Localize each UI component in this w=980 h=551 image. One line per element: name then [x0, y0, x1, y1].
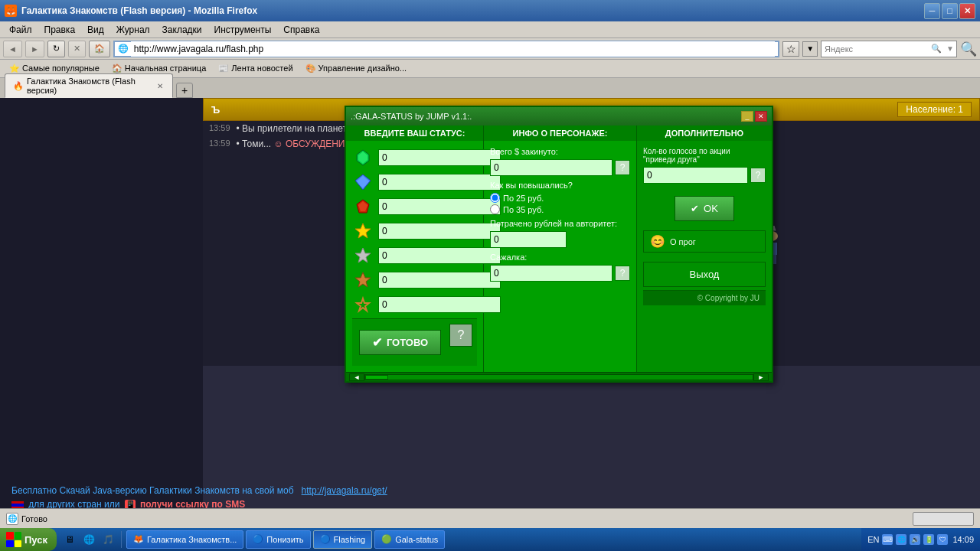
scroll-thumb[interactable] — [365, 375, 388, 380]
tab-bar: 🔥 Галактика Знакомств (Flash версия) ✕ + — [0, 78, 980, 98]
menu-file[interactable]: Файл — [3, 23, 38, 37]
ok-button[interactable]: ✔ OK — [675, 196, 734, 221]
info-spent-label: Потрачено рублей на авторитет: — [490, 219, 630, 228]
quick-launch-bar: 🖥 🌐 🎵 — [57, 531, 122, 548]
promo-button[interactable]: 😊 О прог — [643, 230, 766, 253]
fishrod-input[interactable] — [490, 265, 612, 282]
scroll-track[interactable] — [364, 374, 753, 380]
close-button[interactable]: ✕ — [959, 3, 975, 19]
checkmark-icon: ✔ — [372, 335, 382, 350]
gala-scrollbar[interactable]: ◄ ► — [346, 372, 772, 381]
title-bar: 🦊 Галактика Знакомств (Flash версия) - M… — [0, 0, 980, 21]
info-money-input[interactable] — [490, 159, 612, 176]
system-tray: EN ⌨ 🌐 🔊 🔋 🛡 14:09 — [861, 528, 980, 551]
fishrod-help-button[interactable]: ? — [615, 266, 630, 281]
flashing-icon: 🔵 — [320, 534, 331, 545]
forward-button[interactable]: ► — [25, 41, 44, 57]
home-button[interactable]: 🏠 — [89, 41, 110, 57]
gala-close-button[interactable]: ✕ — [755, 111, 767, 122]
status-input-diamond[interactable] — [378, 174, 501, 191]
back-button[interactable]: ◄ — [3, 41, 22, 57]
bookmark-news[interactable]: 📰 Лента новостей — [214, 62, 297, 75]
emerald-icon — [352, 147, 374, 168]
extra-votes-input[interactable] — [643, 167, 748, 184]
scroll-left-button[interactable]: ◄ — [349, 373, 364, 381]
ruby-icon — [352, 196, 374, 217]
ready-row: ✔ ГОТОВО ? — [352, 318, 477, 366]
radio-25[interactable] — [490, 193, 500, 203]
radio-35[interactable] — [490, 204, 500, 214]
ready-button[interactable]: ✔ ГОТОВО — [359, 330, 441, 355]
zoom-button[interactable]: 🔍 — [960, 41, 977, 57]
taskbar-item-ponizit-label: Понизить — [266, 535, 303, 544]
status-input-emerald[interactable] — [378, 149, 501, 166]
exit-button[interactable]: Выход — [643, 262, 766, 287]
browser-icon: 🦊 — [5, 5, 17, 17]
menu-bookmarks[interactable]: Закладки — [156, 23, 208, 37]
status-row-gold-star — [352, 220, 477, 242]
taskbar-item-flashing[interactable]: 🔵 Flashing — [313, 530, 373, 549]
ql-show-desktop-button[interactable]: 🖥 — [61, 531, 78, 548]
help-button[interactable]: ? — [449, 324, 472, 347]
chat-time-2: 13:59 — [209, 139, 230, 149]
copyright-text: © Copyright by JU — [697, 294, 760, 302]
progress-bar — [913, 512, 974, 526]
menu-history[interactable]: Журнал — [110, 23, 156, 37]
status-input-silver-star[interactable] — [378, 247, 501, 264]
info-spent-input[interactable] — [490, 231, 567, 248]
status-indicator: 🌐 — [6, 513, 18, 525]
ok-label: OK — [704, 203, 718, 214]
tab-main[interactable]: 🔥 Галактика Знакомств (Flash версия) ✕ — [5, 73, 173, 98]
extra-votes-input-row: ? — [643, 167, 766, 184]
nav-bar: ◄ ► ↻ ✕ 🏠 🌐 ☆ ▼ 🔍 ▼ 🔍 — [0, 38, 980, 60]
ql-media-button[interactable]: 🎵 — [100, 531, 116, 548]
info-money-input-row: ? — [490, 159, 630, 176]
stop-button[interactable]: ✕ — [68, 41, 86, 57]
menu-view[interactable]: Вид — [81, 23, 110, 37]
taskbar-item-ponizit[interactable]: 🔵 Понизить — [246, 530, 310, 549]
content-area: Ъ Население: 1 13:59 • Вы прилетели на п… — [0, 98, 980, 542]
promo-label: О прог — [670, 237, 696, 246]
taskbar-item-flashing-label: Flashing — [334, 535, 366, 544]
reload-button[interactable]: ↻ — [47, 41, 65, 57]
gala-minimize-button[interactable]: _ — [741, 111, 753, 122]
status-input-small-star[interactable] — [378, 296, 501, 313]
search-input[interactable] — [822, 41, 929, 57]
svg-marker-7 — [355, 248, 371, 262]
taskbar-item-galastatus[interactable]: 🟢 Gala-status — [374, 530, 445, 549]
status-input-ruby[interactable] — [378, 198, 501, 215]
status-input-gold-star[interactable] — [378, 223, 501, 240]
status-text: Готово — [21, 514, 913, 523]
minimize-button[interactable]: ─ — [924, 3, 940, 19]
bookmark-star-button[interactable]: ☆ — [782, 41, 799, 57]
window-title: Галактика Знакомств (Flash версия) - Moz… — [21, 5, 924, 16]
maximize-button[interactable]: □ — [942, 3, 958, 19]
silver-star-icon — [352, 245, 374, 266]
menu-edit[interactable]: Правка — [38, 23, 82, 37]
status-input-bronze-star[interactable] — [378, 272, 501, 289]
info-money-help-button[interactable]: ? — [615, 160, 630, 175]
taskbar-item-firefox[interactable]: 🦊 Галактика Знакомств... — [126, 530, 243, 549]
info-money-label: Всего $ закинуто: — [490, 147, 630, 156]
ql-ie-button[interactable]: 🌐 — [80, 531, 97, 548]
status-row-ruby — [352, 196, 477, 217]
radio-row-25: По 25 руб. — [490, 193, 630, 203]
tray-antivirus-icon: 🛡 — [937, 534, 948, 545]
extra-votes-help-button[interactable]: ? — [750, 168, 766, 183]
small-star-icon — [352, 294, 374, 315]
start-button[interactable]: Пуск — [0, 528, 57, 551]
new-tab-button[interactable]: + — [176, 83, 193, 98]
diamond-icon — [352, 171, 374, 193]
address-input[interactable] — [131, 41, 775, 57]
scroll-right-button[interactable]: ► — [753, 373, 769, 381]
ok-section: ✔ OK — [643, 196, 766, 221]
gala-status-dialog: .:GALA-STATUS by JUMP v1.1:. _ ✕ ВВЕДИТЕ… — [345, 106, 773, 383]
tab-close-button[interactable]: ✕ — [155, 82, 165, 90]
status-row-small-star — [352, 294, 477, 315]
bronze-star-icon — [352, 269, 374, 291]
bottom-url-link[interactable]: http://javagala.ru/get/ — [302, 485, 387, 496]
menu-help[interactable]: Справка — [277, 23, 325, 37]
menu-tools[interactable]: Инструменты — [208, 23, 278, 37]
bookmark-dropdown-button[interactable]: ▼ — [802, 41, 818, 57]
bookmark-design[interactable]: 🎨 Управление дизайно... — [301, 62, 412, 75]
